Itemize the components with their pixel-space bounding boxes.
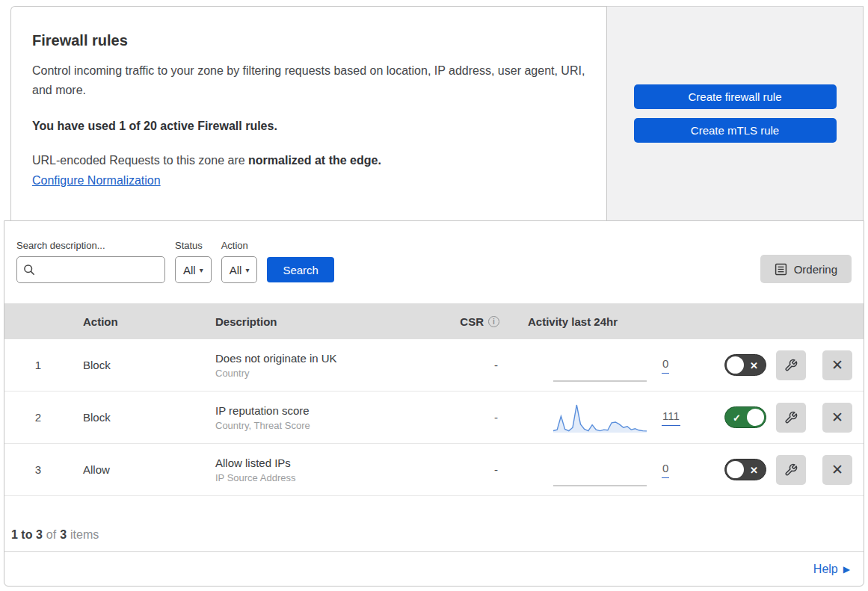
activity-column-header: Activity last 24hr	[513, 315, 685, 328]
action-label: Action	[221, 240, 258, 251]
arrow-right-icon: ▶	[843, 564, 850, 575]
delete-rule-button[interactable]: ✕	[822, 403, 852, 433]
toggle-knob	[727, 356, 744, 374]
intro-card: Firewall rules Control incoming traffic …	[10, 6, 607, 220]
create-mtls-rule-button[interactable]: Create mTLS rule	[634, 118, 837, 143]
search-box	[16, 256, 165, 283]
wrench-icon	[784, 463, 798, 477]
normalization-prefix: URL-encoded Requests to this zone are	[32, 154, 248, 167]
header-section: Firewall rules Control incoming traffic …	[10, 6, 864, 220]
edit-rule-button[interactable]	[776, 350, 806, 380]
activity-count-link[interactable]: 0	[662, 357, 669, 374]
status-dropdown[interactable]: All ▾	[175, 256, 212, 283]
rule-delete-cell: ✕	[811, 455, 864, 485]
rule-csr-value: -	[446, 411, 513, 424]
table-header: Action Description CSR i Activity last 2…	[4, 303, 864, 339]
rule-edit-cell	[771, 350, 811, 380]
close-icon: ✕	[831, 461, 843, 478]
rule-activity-cell: 111	[513, 401, 685, 434]
action-dropdown[interactable]: All ▾	[221, 256, 258, 283]
pagination-items-label: items	[70, 528, 99, 542]
activity-sparkline	[553, 401, 647, 434]
action-field-group: Action All ▾	[221, 240, 258, 283]
search-label: Search description...	[16, 240, 165, 251]
edit-rule-button[interactable]	[776, 455, 806, 485]
usage-summary: You have used 1 of 20 active Firewall ru…	[32, 120, 585, 133]
create-firewall-rule-button[interactable]: Create firewall rule	[634, 84, 837, 109]
activity-count-link[interactable]: 0	[662, 462, 669, 478]
ordering-button-label: Ordering	[794, 263, 837, 276]
toggle-knob	[747, 409, 764, 426]
rules-table-card: Search description... Status All ▾ Actio…	[4, 220, 864, 587]
rule-edit-cell	[771, 455, 811, 485]
list-icon	[775, 263, 787, 276]
normalization-text: URL-encoded Requests to this zone are no…	[32, 154, 585, 167]
edit-rule-button[interactable]	[776, 403, 806, 433]
rule-toggle-cell: ✓	[685, 406, 771, 428]
rule-enabled-toggle[interactable]: ✓	[724, 406, 766, 428]
table-row: 1 Block Does not originate in UK Country…	[4, 339, 864, 392]
activity-sparkline	[553, 349, 647, 382]
delete-rule-button[interactable]: ✕	[822, 455, 852, 485]
pagination-status: 1 to 3 of 3 items	[4, 496, 864, 552]
help-link[interactable]: Help ▶	[813, 563, 850, 576]
rule-description: IP reputation score	[215, 404, 446, 417]
close-icon: ✕	[831, 356, 843, 374]
pagination-range: 1 to 3	[11, 528, 43, 542]
table-row: 3 Allow Allow listed IPs IP Source Addre…	[4, 444, 864, 496]
help-link-label: Help	[813, 563, 838, 576]
rule-description-cell: IP reputation score Country, Threat Scor…	[206, 404, 446, 431]
search-button[interactable]: Search	[267, 257, 334, 282]
toggle-knob	[727, 461, 744, 478]
chevron-down-icon: ▾	[245, 266, 249, 274]
rule-criteria: IP Source Address	[215, 472, 446, 483]
filter-bar: Search description... Status All ▾ Actio…	[4, 221, 864, 303]
configure-normalization-link[interactable]: Configure Normalization	[32, 174, 161, 188]
activity-count-link[interactable]: 111	[662, 409, 680, 426]
rule-criteria: Country, Threat Score	[215, 420, 446, 431]
help-row: Help ▶	[4, 552, 864, 586]
pagination-total: 3	[60, 528, 67, 542]
wrench-icon	[784, 411, 798, 424]
page-description: Control incoming traffic to your zone by…	[32, 61, 585, 100]
rule-edit-cell	[771, 403, 811, 433]
delete-rule-button[interactable]: ✕	[822, 350, 852, 380]
rule-priority: 1	[4, 359, 72, 371]
rule-description-cell: Does not originate in UK Country	[206, 352, 446, 379]
info-icon[interactable]: i	[488, 316, 499, 327]
pagination-of: of	[46, 528, 56, 542]
normalization-bold: normalized at the edge.	[248, 154, 381, 167]
chevron-down-icon: ▾	[200, 266, 203, 274]
ordering-button[interactable]: Ordering	[760, 255, 852, 283]
search-field-group: Search description...	[16, 240, 165, 283]
description-column-header: Description	[206, 315, 446, 328]
rule-enabled-toggle[interactable]: ✕	[724, 459, 766, 480]
rule-activity-cell: 0	[513, 349, 685, 382]
toggle-check-icon: ✓	[733, 412, 741, 423]
toggle-x-icon: ✕	[750, 464, 758, 475]
close-icon: ✕	[831, 409, 843, 426]
rule-delete-cell: ✕	[811, 403, 864, 433]
rule-delete-cell: ✕	[811, 350, 864, 380]
rule-csr-value: -	[446, 463, 513, 476]
search-input[interactable]	[40, 264, 158, 276]
status-label: Status	[175, 240, 212, 251]
rule-csr-value: -	[446, 359, 513, 371]
rule-criteria: Country	[215, 368, 446, 379]
csr-column-header: CSR i	[446, 315, 513, 328]
rule-description-cell: Allow listed IPs IP Source Address	[206, 457, 446, 483]
action-dropdown-value: All	[230, 264, 242, 276]
rule-action: Block	[72, 359, 206, 371]
rule-action: Allow	[72, 463, 206, 476]
rule-enabled-toggle[interactable]: ✕	[724, 354, 766, 376]
rule-action: Block	[72, 411, 206, 424]
rule-priority: 3	[4, 463, 72, 476]
toggle-x-icon: ✕	[750, 359, 758, 371]
rule-priority: 2	[4, 411, 72, 424]
status-dropdown-value: All	[183, 264, 196, 276]
cta-panel: Create firewall rule Create mTLS rule	[607, 6, 864, 220]
rule-description: Allow listed IPs	[215, 457, 446, 469]
rule-activity-cell: 0	[513, 454, 685, 486]
activity-sparkline	[553, 454, 647, 486]
rule-description: Does not originate in UK	[215, 352, 446, 365]
